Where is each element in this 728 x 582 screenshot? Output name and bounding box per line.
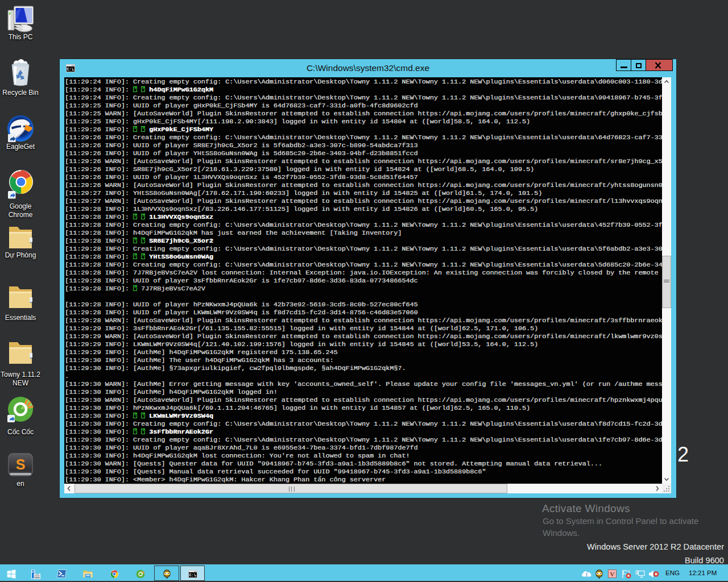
svg-text:C:\: C:\: [189, 573, 196, 577]
svg-text:!: !: [586, 572, 588, 577]
svg-text:S: S: [16, 456, 26, 472]
svg-text:V: V: [610, 571, 615, 577]
